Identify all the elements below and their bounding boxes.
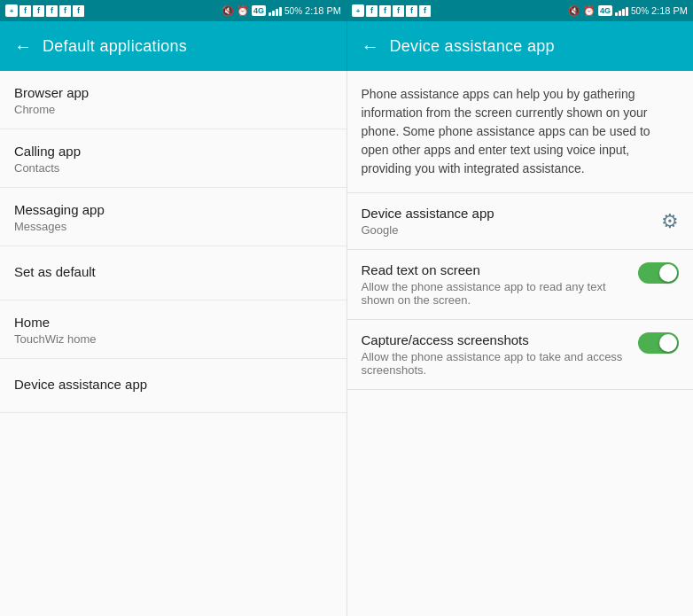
browser-app-title: Browser app [14, 85, 332, 100]
capture-screenshots-toggle[interactable]: ON [638, 332, 679, 354]
capture-screenshots-description: Allow the phone assistance app to take a… [362, 350, 630, 377]
time-right: 2:18 PM [651, 5, 688, 16]
browser-app-item[interactable]: Browser app Chrome [0, 71, 346, 129]
fb-icon-2: f [33, 5, 44, 17]
battery-percent-left: 50% [284, 6, 302, 16]
read-text-info: Read text on screen Allow the phone assi… [362, 262, 639, 307]
header-bar: ← Default applications ← Device assistan… [0, 21, 693, 71]
calling-app-item[interactable]: Calling app Contacts [0, 129, 346, 188]
lte-icon-r: 4G [598, 5, 612, 16]
right-header-title: Device assistance app [390, 37, 555, 56]
home-item[interactable]: Home TouchWiz home [0, 300, 346, 359]
device-assistance-left-item[interactable]: Device assistance app [0, 359, 346, 413]
status-bar-right: + f f f f f 🔇 ⏰ 4G 50% 2:18 PM [346, 0, 693, 21]
left-panel: Browser app Chrome Calling app Contacts … [0, 71, 347, 616]
device-assistance-left-title: Device assistance app [14, 377, 332, 392]
signal-icon-r [615, 5, 628, 16]
left-header-title: Default applications [43, 37, 187, 56]
device-assistance-subtitle: Google [362, 223, 662, 237]
fb-icon-r2: f [379, 5, 391, 17]
messaging-app-subtitle: Messages [14, 220, 332, 233]
fb-icon-3: f [46, 5, 58, 17]
toggle-knob-capture [659, 334, 677, 352]
add-icon: + [5, 4, 18, 17]
set-as-default-title: Set as default [14, 264, 332, 279]
right-header: ← Device assistance app [346, 21, 694, 71]
left-header: ← Default applications [0, 21, 346, 71]
messaging-app-title: Messaging app [14, 202, 332, 217]
messaging-app-item[interactable]: Messaging app Messages [0, 188, 346, 246]
read-text-row: Read text on screen Allow the phone assi… [347, 250, 694, 320]
time-left: 2:18 PM [305, 5, 341, 16]
back-button-right[interactable]: ← [362, 36, 379, 57]
signal-icon [269, 5, 282, 16]
capture-screenshots-row: Capture/access screenshots Allow the pho… [347, 320, 694, 390]
alarm-icon: ⏰ [237, 5, 249, 17]
gear-icon[interactable]: ⚙ [661, 210, 679, 233]
toggle-knob-read [659, 264, 677, 282]
browser-app-subtitle: Chrome [14, 103, 332, 116]
device-assistance-title: Device assistance app [362, 206, 662, 221]
fb-icon-r5: f [419, 5, 431, 17]
mute-icon: 🔇 [222, 5, 234, 17]
add-icon-r: + [352, 4, 364, 17]
capture-screenshots-info: Capture/access screenshots Allow the pho… [362, 332, 639, 377]
home-subtitle: TouchWiz home [14, 332, 332, 346]
status-icons-left: + f f f f f [5, 4, 84, 17]
description-text: Phone assistance apps can help you by ga… [362, 87, 650, 175]
home-title: Home [14, 315, 332, 330]
fb-icon-r4: f [406, 5, 417, 17]
device-assistance-row[interactable]: Device assistance app Google ⚙ [347, 193, 694, 250]
description-block: Phone assistance apps can help you by ga… [347, 71, 694, 193]
mute-icon-r: 🔇 [568, 5, 580, 17]
lte-icon: 4G [252, 5, 266, 16]
status-right-left: 🔇 ⏰ 4G 50% 2:18 PM [222, 5, 341, 17]
read-text-title: Read text on screen [362, 262, 630, 277]
fb-icon-1: f [19, 5, 31, 17]
device-assistance-info: Device assistance app Google [362, 206, 662, 237]
fb-icon-r3: f [393, 5, 404, 17]
status-bar: + f f f f f 🔇 ⏰ 4G 50% 2:18 PM + f f [0, 0, 693, 21]
status-right-right: 🔇 ⏰ 4G 50% 2:18 PM [568, 5, 688, 17]
fb-icon-r1: f [366, 5, 378, 17]
status-icons-right: + f f f f f [352, 4, 431, 17]
fb-icon-4: f [59, 5, 71, 17]
set-as-default-item[interactable]: Set as default [0, 246, 346, 300]
right-panel: Phone assistance apps can help you by ga… [347, 71, 694, 616]
fb-icon-5: f [73, 5, 84, 17]
read-text-toggle[interactable]: ON [638, 262, 679, 284]
read-text-description: Allow the phone assistance app to read a… [362, 280, 630, 307]
calling-app-subtitle: Contacts [14, 161, 332, 175]
back-button-left[interactable]: ← [14, 36, 32, 57]
capture-screenshots-title: Capture/access screenshots [362, 332, 630, 347]
alarm-icon-r: ⏰ [583, 5, 596, 17]
status-bar-left: + f f f f f 🔇 ⏰ 4G 50% 2:18 PM [0, 0, 346, 21]
calling-app-title: Calling app [14, 144, 332, 159]
main-content: Browser app Chrome Calling app Contacts … [0, 71, 693, 616]
battery-percent-right: 50% [631, 6, 649, 16]
